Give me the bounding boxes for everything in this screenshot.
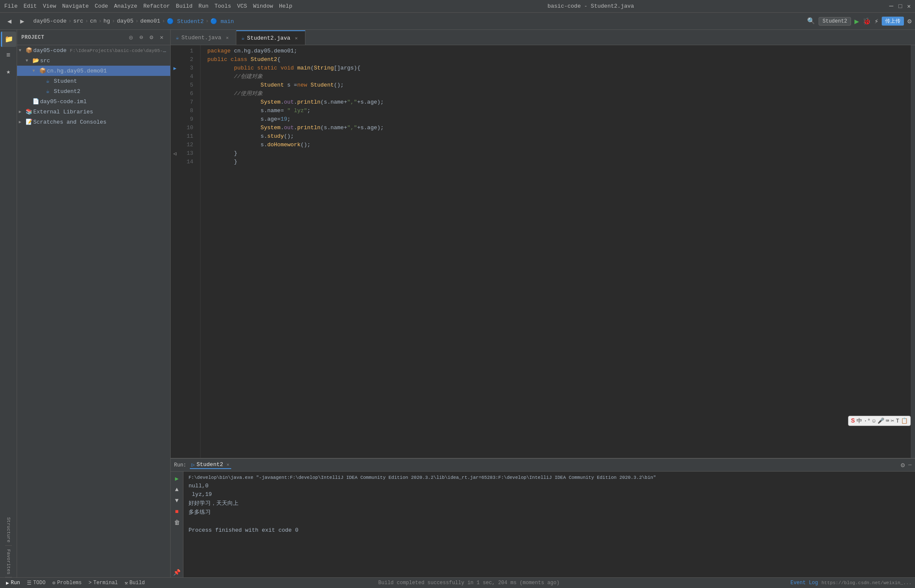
sidebar-hide-icon[interactable]: ✕ bbox=[157, 33, 166, 42]
menu-run[interactable]: Run bbox=[198, 3, 208, 9]
menu-tools[interactable]: Tools bbox=[215, 3, 231, 9]
bottom-tab-problems[interactable]: ⊙ Problems bbox=[50, 578, 84, 588]
tree-item-student[interactable]: ☕ Student bbox=[17, 76, 170, 86]
activity-project-icon[interactable]: 📁 bbox=[1, 32, 16, 47]
tree-item-external-libs[interactable]: ▶ 📚 External Libraries bbox=[17, 107, 170, 117]
java-icon-student2: ☕ bbox=[46, 88, 54, 95]
menu-refactor[interactable]: Refactor bbox=[143, 3, 170, 9]
scratch-icon: 📝 bbox=[26, 119, 33, 125]
gutter-run-btn[interactable]: ▶ bbox=[171, 64, 179, 72]
run-out-3: 好好学习，天天向上 bbox=[189, 499, 910, 508]
stop-button[interactable]: ■ bbox=[172, 507, 182, 517]
run-tab-student2[interactable]: ▷ Student2 ✕ bbox=[190, 461, 231, 469]
back-button[interactable]: ◀ bbox=[3, 15, 15, 27]
editor-scrollbar[interactable] bbox=[911, 45, 915, 458]
breadcrumb: day05-code › src › cn › hg › day05 › dem… bbox=[33, 18, 234, 25]
breadcrumb-demo01[interactable]: demo01 bbox=[140, 18, 160, 24]
gutter-fold-13[interactable]: ◁ bbox=[171, 149, 179, 158]
tree-label-scratches: Scratches and Consoles bbox=[33, 119, 167, 125]
sidebar-collapse-all-icon[interactable]: ⊖ bbox=[137, 33, 145, 42]
code-content[interactable]: package cn.hg.day05.demo01; public class… bbox=[200, 45, 911, 458]
bottom-tab-build[interactable]: ⚒ Build bbox=[122, 578, 147, 588]
tree-item-iml[interactable]: 📄 day05-code.iml bbox=[17, 96, 170, 107]
line-num-4: 4 bbox=[179, 72, 197, 81]
menu-edit[interactable]: Edit bbox=[23, 3, 37, 9]
breadcrumb-hg[interactable]: hg bbox=[103, 18, 110, 24]
activity-bookmark-icon[interactable]: ★ bbox=[1, 64, 16, 79]
ime-voice-btn[interactable]: 🎤 bbox=[877, 417, 884, 424]
menu-help[interactable]: Help bbox=[279, 3, 292, 9]
run-with-coverage-button[interactable]: ⚡ bbox=[874, 17, 879, 26]
bottom-tab-run[interactable]: ▶ Run bbox=[3, 578, 23, 588]
ime-clipboard-btn[interactable]: 📋 bbox=[901, 417, 908, 424]
breadcrumb-src[interactable]: src bbox=[73, 18, 83, 24]
favorites-tab[interactable]: Favorites bbox=[5, 547, 12, 577]
menu-build[interactable]: Build bbox=[176, 3, 192, 9]
code-line-5: Student s =new Student(); bbox=[207, 81, 911, 90]
sidebar-locate-icon[interactable]: ◎ bbox=[127, 33, 135, 42]
menu-file[interactable]: File bbox=[4, 3, 17, 9]
terminal-label: Terminal bbox=[93, 580, 118, 586]
menu-window[interactable]: Window bbox=[253, 3, 273, 9]
close-button[interactable]: ✕ bbox=[907, 3, 911, 10]
ime-chinese-btn[interactable]: 中 bbox=[857, 417, 862, 425]
breadcrumb-day05-code[interactable]: day05-code bbox=[33, 18, 67, 24]
activity-structure-icon[interactable]: ≡ bbox=[1, 48, 16, 63]
tab-student2[interactable]: ☕ Student2.java ✕ bbox=[236, 30, 305, 45]
clear-output-button[interactable]: 🗑 bbox=[172, 518, 182, 528]
breadcrumb-cn[interactable]: cn bbox=[90, 18, 97, 24]
tree-item-src[interactable]: ▼ 📂 src bbox=[17, 55, 170, 66]
run-panel-close-icon[interactable]: ─ bbox=[908, 462, 912, 468]
menu-view[interactable]: View bbox=[43, 3, 56, 9]
debug-button[interactable]: 🐞 bbox=[863, 17, 871, 26]
sidebar-settings-icon[interactable]: ⚙ bbox=[147, 33, 156, 42]
menu-code[interactable]: Code bbox=[95, 3, 108, 9]
bottom-tab-todo[interactable]: ☰ TODO bbox=[24, 578, 48, 588]
ime-cut-btn[interactable]: ✂ bbox=[891, 417, 894, 424]
breadcrumb-day05[interactable]: day05 bbox=[117, 18, 134, 24]
scroll-down-button[interactable]: ▼ bbox=[172, 495, 182, 506]
tab-close-student[interactable]: ✕ bbox=[224, 34, 231, 41]
menu-analyze[interactable]: Analyze bbox=[114, 3, 137, 9]
minimize-button[interactable]: ─ bbox=[889, 3, 894, 10]
ime-emoji-btn[interactable]: ☺ bbox=[872, 418, 876, 424]
breadcrumb-main[interactable]: 🔵 main bbox=[210, 18, 234, 25]
rerun-button[interactable]: ▶ bbox=[172, 473, 182, 484]
tree-item-day05-code[interactable]: ▼ 📦 day05-code F:\IdeaProjects\basic-cod… bbox=[17, 45, 170, 55]
run-config-selector[interactable]: Student2 bbox=[819, 17, 851, 26]
tree-item-package[interactable]: ▼ 📦 cn.hg.day05.demo01 bbox=[17, 66, 170, 76]
ime-keyboard-btn[interactable]: ⌨ bbox=[886, 417, 889, 424]
bottom-tab-terminal[interactable]: > Terminal bbox=[86, 578, 121, 588]
ime-sogou-icon[interactable]: S bbox=[851, 417, 855, 425]
code-line-14: } bbox=[207, 158, 911, 166]
tree-item-student2[interactable]: ☕ Student2 bbox=[17, 86, 170, 96]
maximize-button[interactable]: □ bbox=[898, 3, 902, 10]
scroll-up-button[interactable]: ▲ bbox=[172, 484, 182, 495]
pin-tab-button[interactable]: 📌 bbox=[172, 567, 182, 577]
tab-close-student2[interactable]: ✕ bbox=[293, 35, 300, 41]
ime-text-btn[interactable]: T bbox=[896, 418, 899, 424]
forward-button[interactable]: ▶ bbox=[16, 15, 28, 27]
run-out-exit: Process finished with exit code 0 bbox=[189, 526, 910, 535]
menu-bar: File Edit View Navigate Code Analyze Ref… bbox=[4, 3, 292, 9]
upload-button[interactable]: 传上传 bbox=[882, 17, 904, 26]
settings-icon[interactable]: ⚙ bbox=[907, 17, 912, 26]
event-log-link[interactable]: Event Log bbox=[790, 580, 818, 586]
build-label: Build bbox=[130, 580, 145, 586]
tab-student[interactable]: ☕ Student.java ✕ bbox=[171, 30, 236, 45]
structure-tab[interactable]: Structure bbox=[5, 515, 12, 545]
run-settings-icon[interactable]: ⚙ bbox=[901, 461, 905, 469]
run-button[interactable]: ▶ bbox=[854, 17, 859, 26]
iml-icon: 📄 bbox=[32, 98, 40, 105]
java-icon-student: ☕ bbox=[46, 78, 54, 84]
menu-vcs[interactable]: VCS bbox=[237, 3, 247, 9]
code-line-2: public class Student2{ bbox=[207, 55, 911, 64]
toolbar-search-btn[interactable]: 🔍 bbox=[807, 17, 815, 25]
tree-item-scratches[interactable]: ▶ 📝 Scratches and Consoles bbox=[17, 117, 170, 127]
line-num-13: 13 bbox=[179, 149, 197, 158]
menu-navigate[interactable]: Navigate bbox=[62, 3, 89, 9]
run-tab-close[interactable]: ✕ bbox=[227, 462, 229, 467]
breadcrumb-student2[interactable]: 🔵 Student2 bbox=[167, 18, 203, 25]
tree-arrow-day05-code: ▼ bbox=[19, 48, 26, 53]
ime-punct-btn[interactable]: ·° bbox=[864, 418, 871, 424]
